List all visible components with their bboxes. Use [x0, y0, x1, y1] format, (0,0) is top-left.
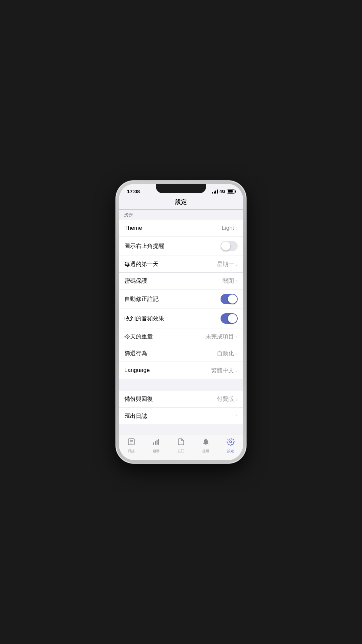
today-weight-row[interactable]: 今天的重量 未完成項目 ›	[119, 328, 243, 345]
svg-rect-7	[158, 439, 159, 445]
passcode-value: 關閉	[223, 277, 234, 285]
language-row[interactable]: Language 繁體中文 ›	[119, 362, 243, 379]
tab-diary[interactable]: 日誌	[119, 436, 144, 455]
sound-label: 收到的音頻效果	[124, 315, 221, 322]
backup-row[interactable]: 備份與回復 付費版 ›	[119, 391, 243, 408]
week-start-value: 星期一	[217, 260, 234, 268]
backup-label: 備份與回復	[124, 395, 217, 403]
reminders-icon	[202, 438, 210, 448]
filter-label: 篩選行為	[124, 350, 217, 357]
chevron-icon: ›	[236, 396, 238, 402]
tab-notes[interactable]: 註記	[169, 436, 193, 455]
diary-icon	[127, 438, 135, 448]
spacer-1	[119, 379, 243, 391]
export-row[interactable]: 匯出日誌 ›	[119, 408, 243, 424]
svg-rect-5	[155, 441, 156, 445]
battery-icon	[227, 190, 235, 194]
tab-trends[interactable]: 趨勢	[144, 436, 169, 455]
tab-settings-label: 設定	[227, 449, 234, 453]
filter-row[interactable]: 篩選行為 自動化 ›	[119, 345, 243, 362]
notch	[156, 184, 206, 193]
settings-group-2: 備份與回復 付費版 › 匯出日誌 ›	[119, 391, 243, 424]
network-label: 4G	[220, 189, 225, 194]
notes-icon	[177, 438, 185, 448]
language-label: Language	[124, 367, 211, 374]
chevron-icon: ›	[236, 334, 238, 339]
chevron-icon: ›	[236, 351, 238, 356]
badge-label: 圖示右上角提醒	[124, 242, 221, 250]
theme-value: Light	[222, 225, 234, 231]
signal-icon	[212, 190, 218, 194]
status-time: 17:08	[127, 189, 140, 194]
tab-trends-label: 趨勢	[153, 449, 160, 453]
export-label: 匯出日誌	[124, 412, 235, 420]
chevron-icon: ›	[236, 225, 238, 231]
badge-row[interactable]: 圖示右上角提醒	[119, 236, 243, 256]
chevron-icon: ›	[236, 278, 238, 284]
trends-icon	[152, 438, 160, 448]
autocorrect-label: 自動修正註記	[124, 295, 221, 303]
today-weight-label: 今天的重量	[124, 333, 205, 340]
svg-point-8	[230, 441, 232, 443]
filter-value: 自動化	[217, 350, 234, 357]
chevron-icon: ›	[236, 262, 238, 267]
passcode-row[interactable]: 密碼保護 關閉 ›	[119, 273, 243, 289]
settings-scroll: 設定 Theme Light › 圖示右上角提醒	[119, 210, 243, 434]
sound-toggle[interactable]	[221, 313, 238, 324]
spacer-2	[119, 424, 243, 434]
language-value: 繁體中文	[211, 367, 234, 374]
tab-settings[interactable]: 設定	[218, 436, 243, 455]
chevron-icon: ›	[236, 413, 238, 419]
svg-rect-4	[153, 442, 154, 445]
tab-reminders[interactable]: 提醒	[193, 436, 218, 455]
tab-reminders-label: 提醒	[202, 449, 209, 453]
chevron-icon: ›	[236, 368, 238, 373]
autocorrect-row[interactable]: 自動修正註記	[119, 289, 243, 309]
settings-icon	[227, 438, 235, 448]
tab-diary-label: 日誌	[128, 449, 135, 453]
section-header: 設定	[119, 210, 243, 220]
page-title: 設定	[119, 196, 243, 210]
badge-toggle[interactable]	[221, 241, 238, 251]
svg-rect-6	[157, 440, 158, 445]
today-weight-value: 未完成項目	[205, 333, 234, 340]
theme-label: Theme	[124, 225, 222, 231]
backup-value: 付費版	[217, 395, 234, 403]
settings-group-1: Theme Light › 圖示右上角提醒	[119, 220, 243, 379]
passcode-label: 密碼保護	[124, 277, 223, 285]
week-start-row[interactable]: 每週的第一天 星期一 ›	[119, 256, 243, 273]
theme-row[interactable]: Theme Light ›	[119, 220, 243, 236]
sound-row[interactable]: 收到的音頻效果	[119, 309, 243, 328]
autocorrect-toggle[interactable]	[221, 294, 238, 304]
week-start-label: 每週的第一天	[124, 260, 217, 268]
tab-notes-label: 註記	[178, 449, 184, 453]
tab-bar: 日誌 趨勢	[119, 434, 243, 460]
